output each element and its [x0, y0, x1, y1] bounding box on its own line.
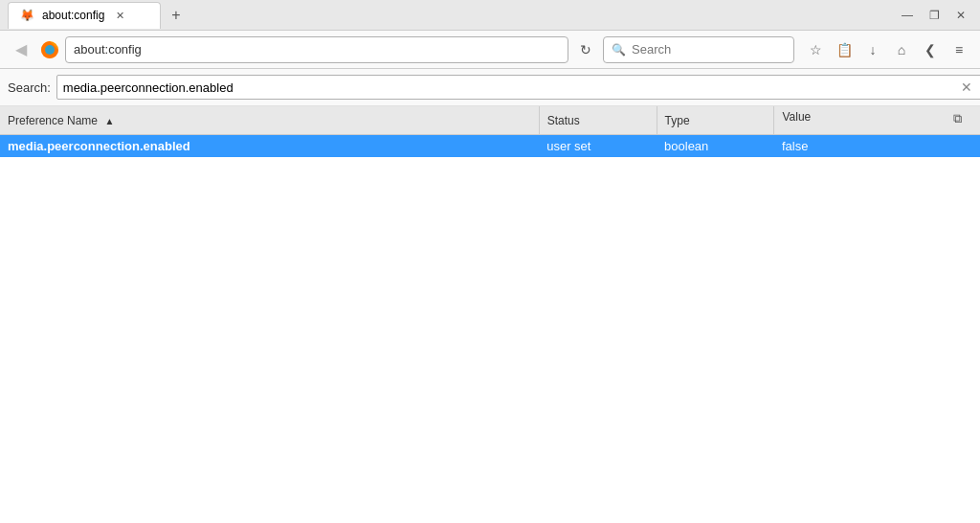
reload-icon: ↻ [580, 42, 591, 57]
search-icon: 🔍 [612, 43, 626, 57]
title-bar: 🦊 about:config ✕ + — ❐ ✕ [0, 0, 980, 31]
cell-type: boolean [657, 135, 774, 158]
tab-favicon: 🦊 [20, 9, 34, 22]
reload-button[interactable]: ↻ [572, 36, 599, 63]
cell-preference-name: media.peerconnection.enabled [0, 135, 539, 158]
download-button[interactable]: ↓ [859, 36, 886, 63]
search-input[interactable] [632, 42, 766, 57]
column-header-status[interactable]: Status [539, 106, 657, 135]
pocket-button[interactable]: ❮ [917, 36, 944, 63]
svg-point-1 [45, 45, 55, 55]
browser-search-bar[interactable]: 🔍 [603, 36, 794, 63]
tab-title: about:config [42, 9, 104, 22]
column-status-label: Status [547, 114, 580, 127]
config-search-input[interactable] [56, 75, 980, 100]
minimize-button[interactable]: — [896, 4, 919, 27]
sort-indicator: ▲ [104, 116, 114, 126]
window-controls: — ❐ ✕ [896, 4, 972, 27]
table-header-row: Preference Name ▲ Status Type Value ⧉ [0, 106, 980, 135]
table-row[interactable]: media.peerconnection.enableduser setbool… [0, 135, 980, 158]
toolbar-icons: ☆ 📋 ↓ ⌂ ❮ ≡ [802, 36, 972, 63]
navigation-bar: ◀ about:config ↻ 🔍 ☆ 📋 ↓ ⌂ ❮ ≡ [0, 31, 980, 69]
column-type-label: Type [665, 114, 690, 127]
close-button[interactable]: ✕ [949, 4, 972, 27]
back-icon: ◀ [15, 40, 27, 58]
column-header-name[interactable]: Preference Name ▲ [0, 106, 539, 135]
firefox-logo [40, 40, 59, 59]
cell-value: false [774, 135, 980, 158]
tab-close-button[interactable]: ✕ [112, 8, 127, 23]
home-button[interactable]: ⌂ [888, 36, 915, 63]
copy-header-button[interactable]: ⧉ [953, 111, 972, 130]
bookmark-button[interactable]: ☆ [802, 36, 829, 63]
back-button[interactable]: ◀ [8, 36, 34, 63]
column-name-label: Preference Name [8, 114, 98, 127]
menu-button[interactable]: ≡ [946, 36, 972, 63]
column-header-type[interactable]: Type [657, 106, 774, 135]
save-button[interactable]: 📋 [831, 36, 858, 63]
restore-button[interactable]: ❐ [923, 4, 946, 27]
browser-tab[interactable]: 🦊 about:config ✕ [8, 2, 161, 29]
config-search-clear-button[interactable]: ✕ [961, 80, 972, 95]
new-tab-button[interactable]: + [165, 4, 188, 27]
config-table: Preference Name ▲ Status Type Value ⧉ me… [0, 106, 980, 157]
column-header-value[interactable]: Value ⧉ [774, 106, 980, 135]
cell-status: user set [539, 135, 657, 158]
page-content: Search: ✕ Preference Name ▲ Status Type … [0, 69, 980, 523]
config-search-bar: Search: ✕ [0, 69, 980, 106]
address-bar[interactable]: about:config [65, 36, 568, 63]
address-text: about:config [74, 42, 142, 57]
config-search-label: Search: [8, 80, 51, 95]
column-value-label: Value [782, 110, 811, 124]
